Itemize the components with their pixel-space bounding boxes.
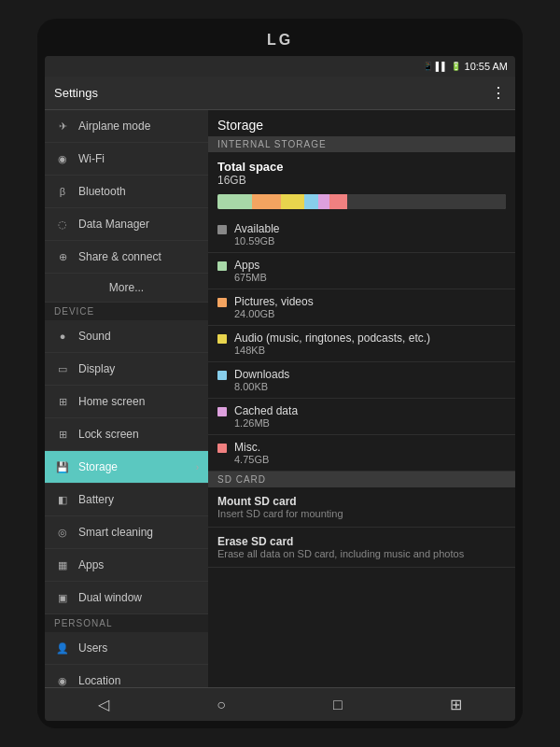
sidebar-label-wifi: Wi-Fi [78, 152, 105, 165]
status-bar: 📱 ▌▌ 🔋 10:55 AM [45, 56, 515, 77]
recent-button[interactable]: □ [322, 693, 354, 717]
personal-section-label: PERSONAL [45, 614, 208, 632]
apps-text: Apps 675MB [234, 259, 267, 283]
sidebar: ✈ Airplane mode ◉ Wi-Fi β Bluetooth ◌ Da… [45, 110, 208, 687]
misc-color [217, 444, 227, 453]
storage-item-pictures[interactable]: Pictures, videos 24.00GB [208, 289, 515, 326]
menu-button[interactable]: ⊞ [439, 692, 473, 717]
storage-item-apps[interactable]: Apps 675MB [208, 253, 515, 289]
available-color [217, 225, 227, 234]
settings-overflow-icon[interactable]: ⋮ [491, 84, 506, 102]
sidebar-item-airplane-mode[interactable]: ✈ Airplane mode [45, 110, 208, 143]
sidebar-label-smart-cleaning: Smart cleaning [78, 526, 153, 539]
device-top: LG [45, 28, 515, 56]
bar-misc [329, 194, 347, 209]
apps-value: 675MB [234, 272, 267, 283]
bar-downloads [304, 194, 318, 209]
sidebar-item-dual-window[interactable]: ▣ Dual window [45, 582, 208, 614]
dual-window-icon: ▣ [54, 589, 71, 606]
screen: 📱 ▌▌ 🔋 10:55 AM Settings ⋮ ✈ Airplane mo… [45, 56, 515, 721]
bar-audio [281, 194, 304, 209]
sidebar-item-share-connect[interactable]: ⊕ Share & connect [45, 241, 208, 274]
storage-icon: 💾 [54, 458, 71, 475]
sidebar-label-users: Users [78, 641, 107, 655]
data-manager-icon: ◌ [54, 216, 71, 233]
home-button[interactable]: ○ [205, 693, 237, 717]
sidebar-label-apps: Apps [78, 558, 104, 571]
sidebar-item-wifi[interactable]: ◉ Wi-Fi [45, 143, 208, 176]
back-button[interactable]: ◁ [87, 692, 120, 717]
sidebar-item-display[interactable]: ▭ Display [45, 353, 208, 386]
audio-value: 148KB [234, 345, 430, 356]
sidebar-item-lock-screen[interactable]: ⊞ Lock screen [45, 418, 208, 451]
storage-item-audio[interactable]: Audio (music, ringtones, podcasts, etc.)… [208, 326, 515, 362]
bar-available [347, 194, 506, 209]
sidebar-item-home-screen[interactable]: ⊞ Home screen [45, 386, 208, 418]
sidebar-label-display: Display [78, 362, 115, 375]
sound-icon: ● [54, 328, 71, 345]
pictures-color [217, 298, 227, 307]
misc-text: Misc. 4.75GB [234, 441, 269, 465]
bar-cached [318, 194, 329, 209]
bluetooth-icon: β [54, 183, 71, 200]
sidebar-item-battery[interactable]: ◧ Battery [45, 484, 208, 516]
storage-bar [217, 194, 506, 209]
sidebar-label-bluetooth: Bluetooth [78, 185, 126, 198]
sidebar-item-location[interactable]: ◉ Location [45, 665, 208, 687]
storage-chevron-icon: › [196, 462, 199, 472]
available-name: Available [234, 222, 279, 235]
location-icon: ◉ [54, 672, 71, 687]
cached-value: 1.26MB [234, 417, 298, 429]
sidebar-label-airplane-mode: Airplane mode [78, 120, 150, 133]
storage-item-available[interactable]: Available 10.59GB [208, 217, 515, 253]
sidebar-item-sound[interactable]: ● Sound [45, 320, 208, 353]
total-space-block: Total space 16GB [208, 152, 515, 190]
downloads-text: Downloads 8.00KB [234, 368, 289, 392]
cached-color [217, 407, 227, 416]
bar-apps [217, 194, 252, 209]
sidebar-item-smart-cleaning[interactable]: ◎ Smart cleaning [45, 516, 208, 549]
sidebar-item-users[interactable]: 👤 Users [45, 632, 208, 665]
sidebar-label-sound: Sound [78, 330, 111, 343]
home-screen-icon: ⊞ [54, 393, 71, 410]
misc-name: Misc. [234, 441, 269, 454]
sidebar-label-storage: Storage [78, 460, 118, 473]
nav-bar: ◁ ○ □ ⊞ [45, 687, 515, 721]
sidebar-item-storage[interactable]: 💾 Storage › [45, 451, 208, 484]
sidebar-item-more[interactable]: More... [45, 274, 208, 303]
storage-panel-title: Storage [208, 110, 515, 136]
storage-item-misc[interactable]: Misc. 4.75GB [208, 435, 515, 472]
downloads-value: 8.00KB [234, 381, 289, 392]
audio-color [217, 334, 227, 344]
sidebar-label-share-connect: Share & connect [78, 250, 161, 263]
storage-item-downloads[interactable]: Downloads 8.00KB [208, 362, 515, 399]
sim-icon: 📱 [423, 62, 433, 71]
settings-header-title: Settings [54, 86, 98, 100]
share-connect-icon: ⊕ [54, 248, 71, 265]
sidebar-item-data-manager[interactable]: ◌ Data Manager [45, 208, 208, 241]
settings-header: Settings ⋮ [45, 77, 515, 110]
battery-sidebar-icon: ◧ [54, 491, 71, 508]
misc-value: 4.75GB [234, 454, 269, 465]
sidebar-label-battery: Battery [78, 493, 114, 506]
mount-sd-card[interactable]: Mount SD card Insert SD card for mountin… [208, 487, 515, 528]
lg-logo: LG [267, 32, 293, 49]
display-icon: ▭ [54, 360, 71, 377]
sidebar-label-dual-window: Dual window [78, 591, 142, 604]
total-space-value: 16GB [217, 174, 506, 187]
sidebar-label-more: More... [109, 281, 144, 294]
apps-icon: ▦ [54, 557, 71, 573]
device-section-label: DEVICE [45, 303, 208, 320]
sidebar-item-apps[interactable]: ▦ Apps [45, 549, 208, 582]
downloads-name: Downloads [234, 368, 289, 381]
sidebar-item-bluetooth[interactable]: β Bluetooth [45, 176, 208, 208]
available-text: Available 10.59GB [234, 222, 279, 247]
storage-item-cached[interactable]: Cached data 1.26MB [208, 399, 515, 435]
status-icons: 📱 ▌▌ 🔋 [423, 62, 461, 71]
wifi-icon: ◉ [54, 150, 71, 167]
erase-sd-card[interactable]: Erase SD card Erase all data on SD card,… [208, 528, 515, 568]
downloads-color [217, 371, 227, 380]
signal-icon: ▌▌ [436, 62, 448, 71]
sidebar-label-location: Location [78, 674, 120, 687]
cached-text: Cached data 1.26MB [234, 404, 298, 429]
